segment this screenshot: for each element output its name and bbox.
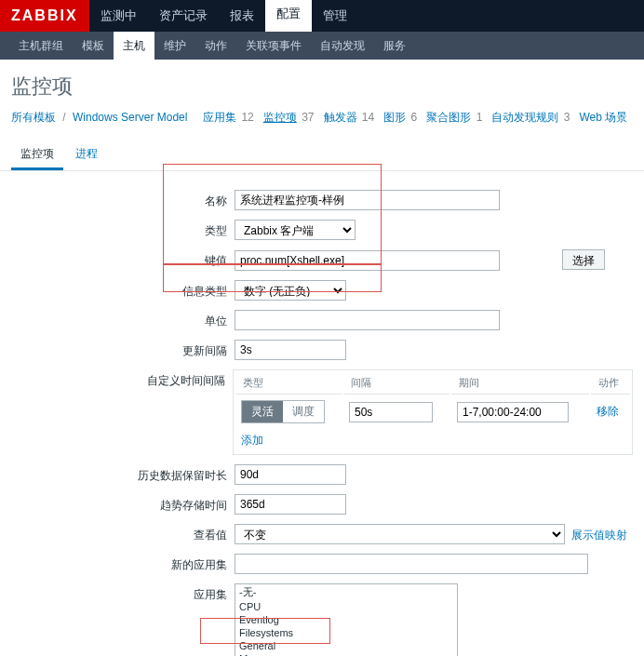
label-type: 类型 bbox=[11, 220, 235, 239]
tab-process[interactable]: 进程 bbox=[66, 141, 107, 167]
app-opt-filesystems[interactable]: Filesystems bbox=[235, 626, 457, 639]
subnav-actions[interactable]: 动作 bbox=[195, 32, 236, 60]
history-input[interactable] bbox=[235, 464, 346, 485]
label-custom-interval: 自定义时间间隔 bbox=[11, 369, 233, 389]
subnav-templates[interactable]: 模板 bbox=[73, 32, 114, 60]
nav-inventory[interactable]: 资产记录 bbox=[148, 0, 219, 32]
label-infotype: 信息类型 bbox=[11, 280, 235, 300]
unit-input[interactable] bbox=[235, 310, 500, 330]
crumb-apps-count: 12 bbox=[241, 111, 253, 124]
view-select[interactable]: 不变 bbox=[235, 524, 565, 544]
crumb-discovery-count: 3 bbox=[564, 111, 570, 124]
add-interval-link[interactable]: 添加 bbox=[241, 434, 263, 447]
interval-type-toggle[interactable]: 灵活 调度 bbox=[241, 400, 325, 423]
crumb-triggers[interactable]: 触发器 bbox=[324, 111, 357, 124]
tabs: 监控项 进程 bbox=[0, 133, 644, 171]
app-listbox[interactable]: -无- CPU Eventlog Filesystems General Mem… bbox=[235, 583, 458, 656]
label-key: 键值 bbox=[11, 249, 235, 269]
label-newapp: 新的应用集 bbox=[11, 554, 235, 573]
type-select[interactable]: Zabbix 客户端 bbox=[235, 220, 356, 240]
nav-monitor[interactable]: 监测中 bbox=[89, 0, 148, 32]
subnav-correlation[interactable]: 关联项事件 bbox=[236, 32, 311, 60]
th-interval: 间隔 bbox=[343, 372, 449, 395]
app-opt-general[interactable]: General bbox=[235, 639, 457, 652]
custom-interval-input[interactable] bbox=[349, 402, 433, 422]
app-opt-eventlog[interactable]: Eventlog bbox=[235, 613, 457, 626]
custom-interval-table: 类型 间隔 期间 动作 灵活 调度 移除 添加 bbox=[233, 369, 633, 455]
crumb-triggers-count: 14 bbox=[362, 111, 374, 124]
tab-item[interactable]: 监控项 bbox=[11, 141, 63, 170]
th-period: 期间 bbox=[451, 372, 589, 395]
top-nav: 监测中 资产记录 报表 配置 管理 bbox=[89, 0, 358, 32]
th-type: 类型 bbox=[235, 372, 342, 395]
label-interval: 更新间隔 bbox=[11, 340, 235, 359]
value-map-link[interactable]: 展示值映射 bbox=[571, 529, 627, 542]
crumb-template[interactable]: Windows Server Model bbox=[73, 111, 187, 124]
sub-nav: 主机群组 模板 主机 维护 动作 关联项事件 自动发现 服务 bbox=[0, 32, 644, 60]
remove-interval-link[interactable]: 移除 bbox=[597, 405, 619, 418]
page-title: 监控项 bbox=[0, 60, 644, 110]
crumb-items[interactable]: 监控项 bbox=[263, 111, 297, 124]
label-view: 查看值 bbox=[11, 524, 235, 543]
label-app: 应用集 bbox=[11, 583, 235, 603]
subnav-discovery[interactable]: 自动发现 bbox=[311, 32, 374, 60]
crumb-web[interactable]: Web 场景 bbox=[579, 111, 627, 124]
app-opt-memory[interactable]: Memory bbox=[235, 652, 457, 656]
app-opt-cpu[interactable]: CPU bbox=[235, 600, 457, 613]
newapp-input[interactable] bbox=[235, 554, 588, 574]
interval-input[interactable] bbox=[235, 340, 346, 360]
subnav-services[interactable]: 服务 bbox=[374, 32, 415, 60]
key-input[interactable] bbox=[235, 250, 500, 271]
nav-reports[interactable]: 报表 bbox=[219, 0, 265, 32]
custom-period-input[interactable] bbox=[457, 402, 569, 422]
crumb-items-count: 37 bbox=[302, 111, 314, 124]
crumb-apps[interactable]: 应用集 bbox=[203, 111, 236, 124]
name-input[interactable] bbox=[235, 190, 500, 210]
label-history: 历史数据保留时长 bbox=[11, 464, 235, 484]
subnav-hosts[interactable]: 主机 bbox=[114, 32, 154, 60]
label-trend: 趋势存储时间 bbox=[11, 494, 235, 514]
crumb-screens[interactable]: 聚合图形 bbox=[426, 111, 471, 124]
logo: ZABBIX bbox=[0, 0, 89, 32]
nav-config[interactable]: 配置 bbox=[265, 0, 312, 32]
crumb-sep: / bbox=[62, 111, 65, 124]
label-unit: 单位 bbox=[11, 310, 235, 329]
breadcrumb: 所有模板 / Windows Server Model 应用集 12 监控项 3… bbox=[0, 110, 644, 133]
crumb-screens-count: 1 bbox=[476, 111, 483, 124]
label-name: 名称 bbox=[11, 190, 235, 209]
key-select-button[interactable]: 选择 bbox=[562, 249, 605, 270]
seg-schedule[interactable]: 调度 bbox=[283, 401, 324, 422]
crumb-graphs-count: 6 bbox=[411, 111, 418, 124]
crumb-discovery[interactable]: 自动发现规则 bbox=[491, 111, 558, 124]
infotype-select[interactable]: 数字 (无正负) bbox=[235, 280, 346, 301]
crumb-all-templates[interactable]: 所有模板 bbox=[11, 111, 56, 124]
subnav-hostgroups[interactable]: 主机群组 bbox=[9, 32, 73, 60]
seg-flexible[interactable]: 灵活 bbox=[242, 401, 283, 422]
nav-admin[interactable]: 管理 bbox=[312, 0, 358, 32]
th-action: 动作 bbox=[591, 372, 630, 395]
crumb-graphs[interactable]: 图形 bbox=[383, 111, 406, 124]
trend-input[interactable] bbox=[235, 494, 346, 515]
app-opt-none[interactable]: -无- bbox=[235, 584, 457, 600]
subnav-maintenance[interactable]: 维护 bbox=[154, 32, 195, 60]
